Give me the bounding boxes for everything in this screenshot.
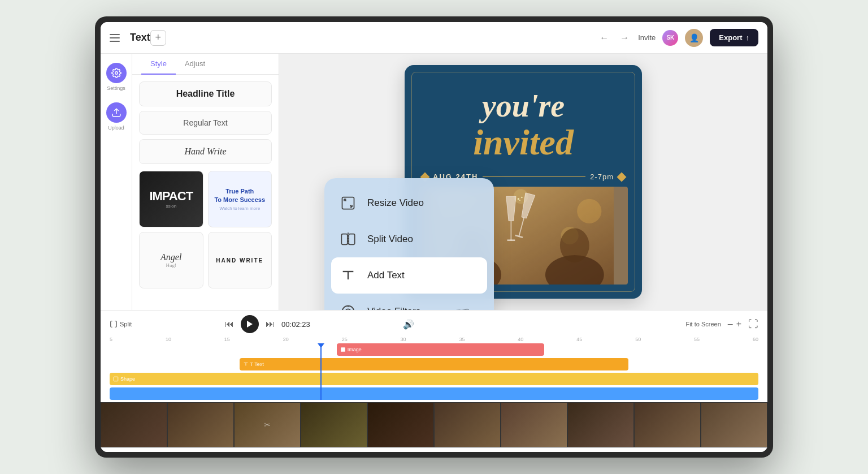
svg-point-0 [115,72,118,75]
export-button[interactable]: Export ↑ [710,29,758,46]
diamond-right [617,172,627,182]
resize-video-label: Resize Video [367,197,424,209]
laptop-shell: Text + ← → Invite SK 👤 Export ↑ [95,16,773,458]
tab-style[interactable]: Style [141,54,176,75]
settings-label: Settings [107,85,125,91]
panel-title: Text [130,32,150,44]
handwrite1-text: Angel [160,252,181,262]
thumb-7 [501,402,567,447]
split-icon [338,229,358,249]
video-filters-item[interactable]: Video Filters [331,294,487,310]
timeline-controls: Split ⏮ ⏭ 00:02:23 🔊 Fit to Screen [101,315,767,333]
text-templates-grid: IMPACT ssion True PathTo More Success Wa… [132,171,279,295]
zoom-plus[interactable]: + [736,319,741,329]
thumb-5 [367,402,434,447]
svg-rect-22 [349,234,355,245]
text-panel: Style Adjust Headline Title Regular Text… [132,54,279,310]
undo-button[interactable]: ← [597,31,611,45]
handwrite-text-style[interactable]: Hand Write [139,139,272,164]
image-track-icon [340,347,346,352]
timeline-tracks: Image T Text Shape [101,343,767,400]
ruler-marks: 5 10 15 20 25 30 35 40 45 50 55 60 [110,337,758,342]
impact-template[interactable]: IMPACT ssion [139,171,203,227]
regular-text-style[interactable]: Regular Text [139,111,272,135]
text-style-items: Headline Title Regular Text Hand Write [132,75,279,171]
svg-rect-36 [114,377,118,381]
video-filters-label: Video Filters [367,306,420,310]
settings-icon-btn[interactable] [106,63,127,83]
redo-button[interactable]: → [618,31,631,45]
thumb-9 [634,402,701,447]
thumb-3: ✂ [234,402,301,447]
filters-icon [338,301,358,310]
shape-track-icon [113,376,119,382]
playhead-triangle [318,343,324,348]
thumb-2 [167,402,234,447]
thumbnail-strip: ✂ [101,402,767,447]
upload-label: Upload [108,125,124,131]
main-area: Settings Upload Style [101,54,767,310]
path-main: True PathTo More Success [214,187,265,204]
svg-point-26 [345,309,350,310]
thumb-4 [301,402,367,447]
upload-icon-btn[interactable] [106,102,127,123]
play-button[interactable] [241,315,259,333]
fit-screen-label: Fit to Screen [685,321,721,328]
track-audio[interactable] [110,387,758,400]
track-image-row: Image [110,343,758,356]
path-template[interactable]: True PathTo More Success Watch to learn … [208,171,272,227]
track-text-row: T Text [110,358,758,370]
playhead[interactable] [320,343,322,400]
scissors-icon: ✂ [264,420,271,429]
split-button[interactable]: Split [110,320,132,328]
user-avatar-sk: SK [662,30,678,46]
top-right-actions: ← → Invite SK 👤 Export ↑ [597,29,758,47]
user-avatar-photo: 👤 [685,29,703,47]
time-display: 00:02:23 [281,320,310,329]
zoom-minus[interactable]: – [728,319,733,329]
thumb-10 [701,402,767,447]
volume-icon[interactable]: 🔊 [403,319,414,330]
handwrite1-template[interactable]: Angel Hug! [139,232,203,288]
svg-rect-21 [341,234,348,245]
track-shape[interactable]: Shape [110,373,758,385]
add-text-item[interactable]: Add Text [331,257,487,294]
resize-icon [338,193,358,213]
timeline-ruler: 5 10 15 20 25 30 35 40 45 50 55 60 [101,337,767,343]
skip-back-button[interactable]: ⏮ [225,319,234,329]
svg-point-33 [342,348,343,350]
resize-video-item[interactable]: Resize Video [331,185,487,221]
fullscreen-icon[interactable]: ⛶ [748,318,758,330]
add-button[interactable]: + [150,30,166,46]
image-track-label: Image [348,347,362,352]
split-video-item[interactable]: Split Video [331,221,487,257]
export-icon: ↑ [746,33,750,42]
skip-forward-button[interactable]: ⏭ [266,319,275,329]
date-line [483,176,585,177]
track-text[interactable]: T Text [240,358,629,370]
track-image[interactable]: Image [337,343,544,356]
left-sidebar: Settings Upload [101,54,132,310]
timeline-area: Split ⏮ ⏭ 00:02:23 🔊 Fit to Screen [101,310,767,452]
track-shape-row: Shape [110,373,758,385]
impact-main: IMPACT [149,190,193,202]
text-track-label: T Text [250,361,264,367]
thumb-8 [567,402,634,447]
invite-text-youre: you're [405,88,642,124]
shape-track-label: Shape [120,376,135,382]
path-sub: Watch to learn more [219,206,260,211]
time-text: 2-7pm [590,173,614,181]
handwrite2-text: HAND WRITE [216,257,263,264]
tab-adjust[interactable]: Adjust [176,54,214,75]
handwrite2-template[interactable]: HAND WRITE [208,232,272,288]
menu-icon[interactable] [110,31,123,45]
headline-text-style[interactable]: Headline Title [139,81,272,106]
text-track-icon [243,361,249,367]
invite-text-invited: invited [405,122,642,163]
invite-label: Invite [638,33,656,42]
panel-tabs: Style Adjust [132,54,279,75]
split-video-label: Split Video [367,234,413,245]
top-bar: Text + ← → Invite SK 👤 Export ↑ [101,22,767,54]
handwrite1-sub: Hug! [166,262,177,268]
thumb-1 [101,402,167,447]
